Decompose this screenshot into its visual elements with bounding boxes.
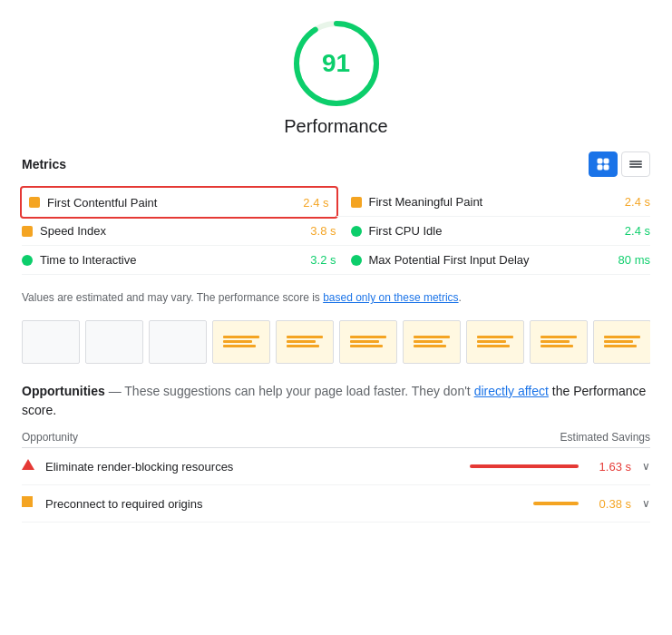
metrics-grid: First Contentful Paint 2.4 s First Meani… <box>22 188 650 275</box>
svg-rect-4 <box>598 165 602 170</box>
metrics-link[interactable]: based only on these metrics <box>323 291 458 304</box>
render-blocking-name: Eliminate render-blocking resources <box>45 460 470 474</box>
thumbnail-10 <box>593 320 650 364</box>
thumbnail-1 <box>22 320 80 364</box>
render-blocking-savings: 1.63 s <box>586 460 631 474</box>
opp-item-render-blocking[interactable]: Eliminate render-blocking resources 1.63… <box>22 448 650 485</box>
metrics-title: Metrics <box>22 157 66 171</box>
render-blocking-bar-wrapper: 1.63 s ∨ <box>470 460 650 474</box>
thumbnail-4 <box>212 320 270 364</box>
render-blocking-bar <box>470 464 579 468</box>
thumbnail-5 <box>276 320 334 364</box>
metric-row-fmp: First Meaningful Paint 2.4 s <box>336 188 651 217</box>
thumbnail-7 <box>403 320 461 364</box>
thumbnail-6 <box>339 320 397 364</box>
tti-dot <box>22 255 33 266</box>
col-savings: Estimated Savings <box>560 431 650 444</box>
opportunities-header: Opportunities — These suggestions can he… <box>22 382 650 420</box>
metric-row-si: Speed Index 3.8 s <box>22 217 336 246</box>
fcp-name: First Contentful Paint <box>47 196 296 210</box>
tti-name: Time to Interactive <box>40 253 303 267</box>
preconnect-bar <box>533 502 579 505</box>
metrics-section: Metrics First Conte <box>22 151 650 275</box>
fcp-value: 2.4 s <box>303 196 328 210</box>
info-text: Values are estimated and may vary. The p… <box>22 289 650 306</box>
thumbnail-3 <box>149 320 207 364</box>
metric-row-tti: Time to Interactive 3.2 s <box>22 246 336 275</box>
si-value: 3.8 s <box>310 224 336 238</box>
preconnect-icon <box>22 496 36 511</box>
mpfid-value: 80 ms <box>618 253 650 267</box>
render-blocking-chevron: ∨ <box>642 460 650 473</box>
mpfid-name: Max Potential First Input Delay <box>369 253 611 267</box>
thumbnail-8 <box>466 320 524 364</box>
fci-name: First CPU Idle <box>369 224 618 238</box>
score-section: 91 Performance <box>22 18 650 137</box>
score-value: 91 <box>322 49 350 78</box>
col-opportunity: Opportunity <box>22 431 78 444</box>
performance-label: Performance <box>284 116 388 137</box>
si-name: Speed Index <box>40 224 303 238</box>
tti-value: 3.2 s <box>310 253 336 267</box>
fmp-name: First Meaningful Paint <box>369 195 618 209</box>
svg-rect-5 <box>604 165 609 170</box>
list-view-button[interactable] <box>621 151 650 177</box>
thumbnail-2 <box>85 320 143 364</box>
preconnect-chevron: ∨ <box>642 497 650 510</box>
svg-rect-3 <box>604 159 609 163</box>
opp-item-preconnect[interactable]: Preconnect to required origins 0.38 s ∨ <box>22 485 650 523</box>
preconnect-name: Preconnect to required origins <box>45 497 533 511</box>
score-circle: 91 <box>291 18 382 109</box>
fci-dot <box>351 226 362 237</box>
fmp-dot <box>351 197 362 208</box>
fcp-dot <box>29 197 40 208</box>
fmp-value: 2.4 s <box>625 195 650 209</box>
view-toggle <box>589 151 650 177</box>
opportunities-title: Opportunities <box>22 384 105 398</box>
metric-row-fcp: First Contentful Paint 2.4 s <box>20 186 338 219</box>
si-dot <box>22 226 33 237</box>
render-blocking-icon <box>22 459 36 474</box>
mpfid-dot <box>351 255 362 266</box>
preconnect-bar-wrapper: 0.38 s ∨ <box>533 497 650 511</box>
grid-view-button[interactable] <box>589 151 618 177</box>
thumbnails-strip <box>22 320 650 364</box>
metric-row-mpfid: Max Potential First Input Delay 80 ms <box>336 246 651 275</box>
directly-affect-link[interactable]: directly affect <box>474 384 549 398</box>
fci-value: 2.4 s <box>625 224 650 238</box>
metric-row-fci: First CPU Idle 2.4 s <box>336 217 651 246</box>
preconnect-savings: 0.38 s <box>586 497 631 511</box>
opportunities-table-header: Opportunity Estimated Savings <box>22 424 650 448</box>
svg-rect-2 <box>598 159 602 163</box>
thumbnail-9 <box>530 320 588 364</box>
opportunities-section: Opportunities — These suggestions can he… <box>22 382 650 523</box>
